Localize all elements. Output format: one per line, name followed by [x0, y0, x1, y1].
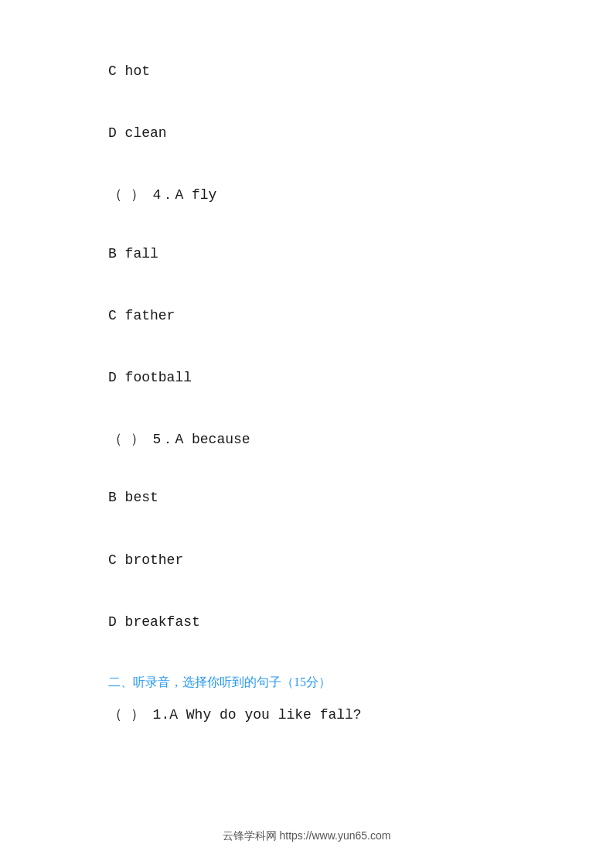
option-c-father: C father — [108, 306, 505, 326]
question-5: （ ） 5．A because — [108, 430, 505, 449]
option-b-fall: B fall — [108, 244, 505, 264]
option-b-fall-text: B fall — [108, 246, 158, 261]
option-c-hot-text: C hot — [108, 63, 150, 79]
section-2-header: 二、听录音，选择你听到的句子（15分） — [108, 675, 505, 691]
option-b-best-text: B best — [108, 490, 158, 505]
option-d-clean-text: D clean — [108, 125, 167, 141]
question-4: （ ） 4．A fly — [108, 186, 505, 205]
option-d-clean: D clean — [108, 124, 505, 143]
option-d-breakfast: D breakfast — [108, 613, 505, 632]
option-c-brother: C brother — [108, 551, 505, 570]
option-b-best: B best — [108, 488, 505, 507]
option-c-father-text: C father — [108, 308, 175, 323]
main-content: C hot D clean （ ） 4．A fly B fall C fathe… — [0, 0, 613, 723]
question-5-text: （ ） 5．A because — [108, 432, 250, 447]
question-4-text: （ ） 4．A fly — [108, 187, 216, 203]
question-2-1: （ ） 1.A Why do you like fall? — [108, 705, 505, 723]
option-c-brother-text: C brother — [108, 552, 183, 568]
option-d-football-text: D football — [108, 370, 192, 385]
option-c-hot: C hot — [108, 62, 505, 81]
footer: 云锋学科网 https://www.yun65.com — [0, 829, 613, 843]
footer-text: 云锋学科网 https://www.yun65.com — [223, 829, 391, 842]
option-d-football: D football — [108, 368, 505, 388]
option-d-breakfast-text: D breakfast — [108, 614, 200, 630]
